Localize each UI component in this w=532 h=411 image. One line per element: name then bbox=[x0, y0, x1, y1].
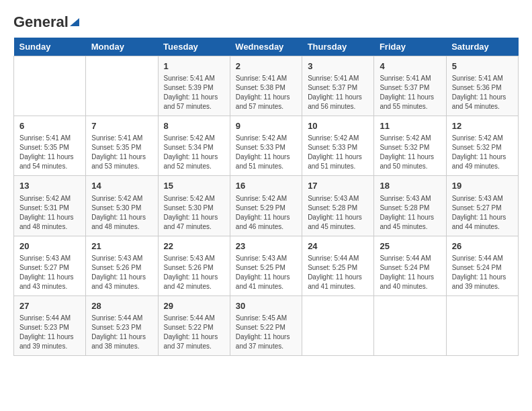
calendar-cell: 23Sunrise: 5:43 AM Sunset: 5:25 PM Dayli… bbox=[230, 236, 302, 295]
day-number: 17 bbox=[308, 180, 368, 192]
day-info: Sunrise: 5:44 AM Sunset: 5:22 PM Dayligh… bbox=[164, 314, 224, 351]
day-info: Sunrise: 5:43 AM Sunset: 5:27 PM Dayligh… bbox=[452, 194, 513, 232]
weekday-header-saturday: Saturday bbox=[446, 38, 518, 56]
day-number: 16 bbox=[236, 180, 296, 192]
calendar-cell: 9Sunrise: 5:42 AM Sunset: 5:33 PM Daylig… bbox=[230, 116, 302, 176]
calendar-cell: 14Sunrise: 5:42 AM Sunset: 5:30 PM Dayli… bbox=[86, 176, 158, 236]
day-info: Sunrise: 5:42 AM Sunset: 5:34 PM Dayligh… bbox=[164, 134, 224, 171]
weekday-header-friday: Friday bbox=[374, 38, 446, 56]
day-info: Sunrise: 5:45 AM Sunset: 5:22 PM Dayligh… bbox=[236, 314, 296, 351]
day-info: Sunrise: 5:41 AM Sunset: 5:35 PM Dayligh… bbox=[19, 134, 80, 171]
day-info: Sunrise: 5:42 AM Sunset: 5:29 PM Dayligh… bbox=[236, 194, 296, 232]
weekday-header-sunday: Sunday bbox=[14, 38, 86, 56]
day-info: Sunrise: 5:42 AM Sunset: 5:33 PM Dayligh… bbox=[236, 134, 296, 171]
day-info: Sunrise: 5:43 AM Sunset: 5:25 PM Dayligh… bbox=[236, 254, 296, 291]
day-number: 11 bbox=[380, 120, 440, 132]
day-number: 4 bbox=[380, 60, 440, 73]
day-number: 22 bbox=[164, 240, 224, 253]
calendar-cell: 12Sunrise: 5:42 AM Sunset: 5:32 PM Dayli… bbox=[446, 116, 518, 176]
calendar-cell: 8Sunrise: 5:42 AM Sunset: 5:34 PM Daylig… bbox=[158, 116, 230, 176]
weekday-header-monday: Monday bbox=[86, 38, 158, 56]
day-info: Sunrise: 5:42 AM Sunset: 5:32 PM Dayligh… bbox=[452, 134, 513, 171]
day-number: 30 bbox=[236, 300, 296, 312]
calendar-cell: 29Sunrise: 5:44 AM Sunset: 5:22 PM Dayli… bbox=[158, 295, 230, 355]
calendar-cell: 16Sunrise: 5:42 AM Sunset: 5:29 PM Dayli… bbox=[230, 176, 302, 236]
day-number: 25 bbox=[380, 240, 440, 253]
day-number: 2 bbox=[236, 60, 296, 73]
calendar-cell: 2Sunrise: 5:41 AM Sunset: 5:38 PM Daylig… bbox=[230, 56, 302, 116]
day-number: 3 bbox=[308, 60, 368, 73]
calendar-cell: 7Sunrise: 5:41 AM Sunset: 5:35 PM Daylig… bbox=[86, 116, 158, 176]
day-number: 14 bbox=[91, 180, 152, 192]
calendar-cell: 13Sunrise: 5:42 AM Sunset: 5:31 PM Dayli… bbox=[14, 176, 86, 236]
calendar-cell: 17Sunrise: 5:43 AM Sunset: 5:28 PM Dayli… bbox=[302, 176, 374, 236]
day-number: 5 bbox=[452, 60, 513, 73]
day-info: Sunrise: 5:44 AM Sunset: 5:24 PM Dayligh… bbox=[380, 254, 440, 291]
day-info: Sunrise: 5:41 AM Sunset: 5:37 PM Dayligh… bbox=[308, 74, 368, 111]
day-info: Sunrise: 5:44 AM Sunset: 5:24 PM Dayligh… bbox=[452, 254, 513, 291]
calendar-cell: 15Sunrise: 5:42 AM Sunset: 5:30 PM Dayli… bbox=[158, 176, 230, 236]
day-number: 19 bbox=[452, 180, 513, 192]
day-number: 26 bbox=[452, 240, 513, 253]
day-number: 18 bbox=[380, 180, 440, 192]
weekday-header-tuesday: Tuesday bbox=[158, 38, 230, 56]
day-info: Sunrise: 5:42 AM Sunset: 5:31 PM Dayligh… bbox=[19, 194, 80, 232]
day-info: Sunrise: 5:43 AM Sunset: 5:27 PM Dayligh… bbox=[19, 254, 80, 291]
calendar-table: SundayMondayTuesdayWednesdayThursdayFrid… bbox=[13, 38, 519, 356]
calendar-cell: 25Sunrise: 5:44 AM Sunset: 5:24 PM Dayli… bbox=[374, 236, 446, 295]
day-info: Sunrise: 5:44 AM Sunset: 5:23 PM Dayligh… bbox=[19, 314, 80, 351]
calendar-cell: 1Sunrise: 5:41 AM Sunset: 5:39 PM Daylig… bbox=[158, 56, 230, 116]
day-number: 6 bbox=[19, 120, 80, 132]
day-info: Sunrise: 5:41 AM Sunset: 5:38 PM Dayligh… bbox=[236, 74, 296, 111]
day-info: Sunrise: 5:42 AM Sunset: 5:33 PM Dayligh… bbox=[308, 134, 368, 171]
day-number: 8 bbox=[164, 120, 224, 132]
day-number: 13 bbox=[19, 180, 80, 192]
calendar-cell bbox=[374, 295, 446, 355]
svg-marker-0 bbox=[70, 18, 79, 26]
calendar-cell: 18Sunrise: 5:43 AM Sunset: 5:28 PM Dayli… bbox=[374, 176, 446, 236]
day-info: Sunrise: 5:41 AM Sunset: 5:37 PM Dayligh… bbox=[380, 74, 440, 111]
calendar-cell: 20Sunrise: 5:43 AM Sunset: 5:27 PM Dayli… bbox=[14, 236, 86, 295]
day-number: 28 bbox=[91, 300, 152, 312]
calendar-cell: 19Sunrise: 5:43 AM Sunset: 5:27 PM Dayli… bbox=[446, 176, 518, 236]
day-number: 20 bbox=[19, 240, 80, 253]
logo-icon bbox=[70, 15, 79, 29]
day-number: 29 bbox=[164, 300, 224, 312]
day-number: 1 bbox=[164, 60, 224, 73]
calendar-cell: 10Sunrise: 5:42 AM Sunset: 5:33 PM Dayli… bbox=[302, 116, 374, 176]
day-number: 27 bbox=[19, 300, 80, 312]
calendar-cell: 22Sunrise: 5:43 AM Sunset: 5:26 PM Dayli… bbox=[158, 236, 230, 295]
day-info: Sunrise: 5:43 AM Sunset: 5:26 PM Dayligh… bbox=[91, 254, 152, 291]
calendar-cell bbox=[86, 56, 158, 116]
day-number: 7 bbox=[91, 120, 152, 132]
header: General bbox=[13, 13, 519, 31]
day-info: Sunrise: 5:42 AM Sunset: 5:30 PM Dayligh… bbox=[164, 194, 224, 232]
calendar-cell: 26Sunrise: 5:44 AM Sunset: 5:24 PM Dayli… bbox=[446, 236, 518, 295]
day-number: 12 bbox=[452, 120, 513, 132]
calendar-cell: 28Sunrise: 5:44 AM Sunset: 5:23 PM Dayli… bbox=[86, 295, 158, 355]
calendar-cell: 11Sunrise: 5:42 AM Sunset: 5:32 PM Dayli… bbox=[374, 116, 446, 176]
day-info: Sunrise: 5:41 AM Sunset: 5:36 PM Dayligh… bbox=[452, 74, 513, 111]
calendar-header: SundayMondayTuesdayWednesdayThursdayFrid… bbox=[14, 38, 519, 56]
day-info: Sunrise: 5:42 AM Sunset: 5:30 PM Dayligh… bbox=[91, 194, 152, 232]
day-info: Sunrise: 5:42 AM Sunset: 5:32 PM Dayligh… bbox=[380, 134, 440, 171]
calendar-cell: 3Sunrise: 5:41 AM Sunset: 5:37 PM Daylig… bbox=[302, 56, 374, 116]
day-info: Sunrise: 5:44 AM Sunset: 5:23 PM Dayligh… bbox=[91, 314, 152, 351]
day-info: Sunrise: 5:43 AM Sunset: 5:26 PM Dayligh… bbox=[164, 254, 224, 291]
day-info: Sunrise: 5:41 AM Sunset: 5:39 PM Dayligh… bbox=[164, 74, 224, 111]
calendar-cell bbox=[446, 295, 518, 355]
weekday-header-wednesday: Wednesday bbox=[230, 38, 302, 56]
calendar-cell: 24Sunrise: 5:44 AM Sunset: 5:25 PM Dayli… bbox=[302, 236, 374, 295]
day-number: 9 bbox=[236, 120, 296, 132]
day-number: 24 bbox=[308, 240, 368, 253]
day-info: Sunrise: 5:43 AM Sunset: 5:28 PM Dayligh… bbox=[308, 194, 368, 232]
weekday-header-thursday: Thursday bbox=[302, 38, 374, 56]
calendar-cell: 5Sunrise: 5:41 AM Sunset: 5:36 PM Daylig… bbox=[446, 56, 518, 116]
logo-general: General bbox=[13, 13, 69, 31]
calendar-cell: 4Sunrise: 5:41 AM Sunset: 5:37 PM Daylig… bbox=[374, 56, 446, 116]
calendar-cell: 30Sunrise: 5:45 AM Sunset: 5:22 PM Dayli… bbox=[230, 295, 302, 355]
logo: General bbox=[13, 13, 79, 31]
calendar-cell bbox=[14, 56, 86, 116]
day-number: 10 bbox=[308, 120, 368, 132]
day-info: Sunrise: 5:41 AM Sunset: 5:35 PM Dayligh… bbox=[91, 134, 152, 171]
